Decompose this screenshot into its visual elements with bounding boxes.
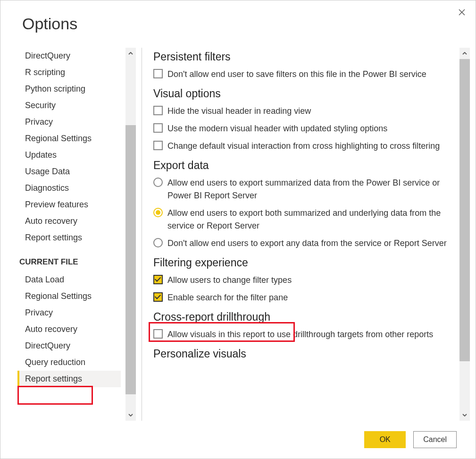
chevron-up-icon[interactable] (125, 48, 136, 59)
checkbox[interactable] (153, 106, 163, 115)
sidebar-item-data-load[interactable]: Data Load (17, 272, 121, 288)
sidebar: DirectQuery R scripting Python scripting… (17, 48, 142, 421)
sidebar-list: DirectQuery R scripting Python scripting… (17, 48, 121, 421)
scrollbar-track[interactable] (459, 59, 470, 409)
close-button[interactable] (455, 5, 469, 20)
cancel-button[interactable]: Cancel (413, 431, 457, 448)
sidebar-item-auto-recovery-cf[interactable]: Auto recovery (17, 321, 121, 338)
annotation-highlight-sidebar (17, 386, 93, 405)
section-title-personalize-visuals: Personalize visuals (153, 348, 455, 360)
section-title-cross-report-drillthrough: Cross-report drillthrough (153, 311, 455, 323)
sidebar-item-security[interactable]: Security (17, 97, 121, 114)
option-export-both[interactable]: Allow end users to export both summarize… (153, 207, 455, 232)
sidebar-item-preview-features[interactable]: Preview features (17, 196, 121, 213)
option-enable-search-filter-pane[interactable]: Enable search for the filter pane (153, 291, 455, 304)
sidebar-item-directquery[interactable]: DirectQuery (17, 48, 121, 64)
section-title-filtering-experience: Filtering experience (153, 256, 455, 269)
section-title-persistent-filters: Persistent filters (153, 51, 455, 63)
content-pane: Persistent filters Don't allow end user … (142, 48, 476, 421)
sidebar-item-directquery-cf[interactable]: DirectQuery (17, 338, 121, 354)
sidebar-section-header-current-file: CURRENT FILE (17, 246, 121, 272)
sidebar-item-diagnostics[interactable]: Diagnostics (17, 180, 121, 196)
option-export-none[interactable]: Don't allow end users to export any data… (153, 237, 455, 250)
option-label: Don't allow end users to export any data… (167, 237, 455, 250)
close-icon (459, 9, 465, 16)
option-label: Don't allow end user to save filters on … (167, 68, 455, 81)
option-allow-change-filter-types[interactable]: Allow users to change filter types (153, 274, 455, 287)
checkbox[interactable] (153, 275, 163, 284)
checkbox[interactable] (153, 292, 163, 302)
scrollbar-thumb[interactable] (459, 59, 470, 361)
dialog-body: DirectQuery R scripting Python scripting… (0, 48, 476, 421)
dialog-title: Options (0, 0, 476, 44)
radio[interactable] (153, 238, 163, 247)
option-hide-visual-header[interactable]: Hide the visual header in reading view (153, 105, 455, 118)
option-label: Change default visual interaction from c… (167, 140, 455, 153)
radio[interactable] (153, 208, 163, 217)
section-title-export-data: Export data (153, 159, 455, 172)
chevron-down-icon[interactable] (125, 409, 136, 421)
scrollbar-thumb[interactable] (125, 125, 136, 394)
sidebar-item-privacy[interactable]: Privacy (17, 114, 121, 130)
sidebar-item-python-scripting[interactable]: Python scripting (17, 81, 121, 97)
option-export-summarized[interactable]: Allow end users to export summarized dat… (153, 177, 455, 202)
ok-button[interactable]: OK (364, 431, 406, 448)
option-label: Allow end users to export summarized dat… (167, 177, 455, 202)
chevron-up-icon[interactable] (459, 48, 470, 59)
option-label: Allow end users to export both summarize… (167, 207, 455, 232)
radio[interactable] (153, 178, 163, 187)
sidebar-item-privacy-cf[interactable]: Privacy (17, 305, 121, 321)
checkbox[interactable] (153, 69, 163, 78)
checkbox[interactable] (153, 123, 163, 133)
chevron-down-icon[interactable] (459, 409, 470, 421)
sidebar-item-auto-recovery[interactable]: Auto recovery (17, 213, 121, 230)
option-label: Hide the visual header in reading view (167, 105, 455, 118)
option-label: Allow users to change filter types (167, 274, 455, 287)
content-scroll-area: Persistent filters Don't allow end user … (153, 48, 455, 421)
sidebar-scrollbar[interactable] (125, 48, 136, 421)
sidebar-item-report-settings-cf[interactable]: Report settings (17, 371, 121, 387)
sidebar-item-r-scripting[interactable]: R scripting (17, 64, 121, 81)
sidebar-item-updates[interactable]: Updates (17, 147, 121, 163)
sidebar-item-regional-settings[interactable]: Regional Settings (17, 130, 121, 147)
sidebar-item-regional-settings-cf[interactable]: Regional Settings (17, 288, 121, 305)
sidebar-item-report-settings-global[interactable]: Report settings (17, 230, 121, 246)
sidebar-item-usage-data[interactable]: Usage Data (17, 163, 121, 180)
option-label: Enable search for the filter pane (167, 291, 455, 304)
option-persistent-filters-disallow[interactable]: Don't allow end user to save filters on … (153, 68, 455, 81)
option-cross-filtering-default[interactable]: Change default visual interaction from c… (153, 140, 455, 153)
dialog-footer: OK Cancel (0, 421, 476, 459)
option-label: Use the modern visual header with update… (167, 122, 455, 135)
options-dialog: Options DirectQuery R scripting Python s… (0, 0, 476, 459)
annotation-highlight-content (149, 322, 295, 342)
option-modern-visual-header[interactable]: Use the modern visual header with update… (153, 122, 455, 135)
scrollbar-track[interactable] (125, 59, 136, 409)
section-title-visual-options: Visual options (153, 87, 455, 100)
sidebar-item-query-reduction[interactable]: Query reduction (17, 354, 121, 371)
content-scrollbar[interactable] (459, 48, 470, 421)
checkbox[interactable] (153, 141, 163, 150)
